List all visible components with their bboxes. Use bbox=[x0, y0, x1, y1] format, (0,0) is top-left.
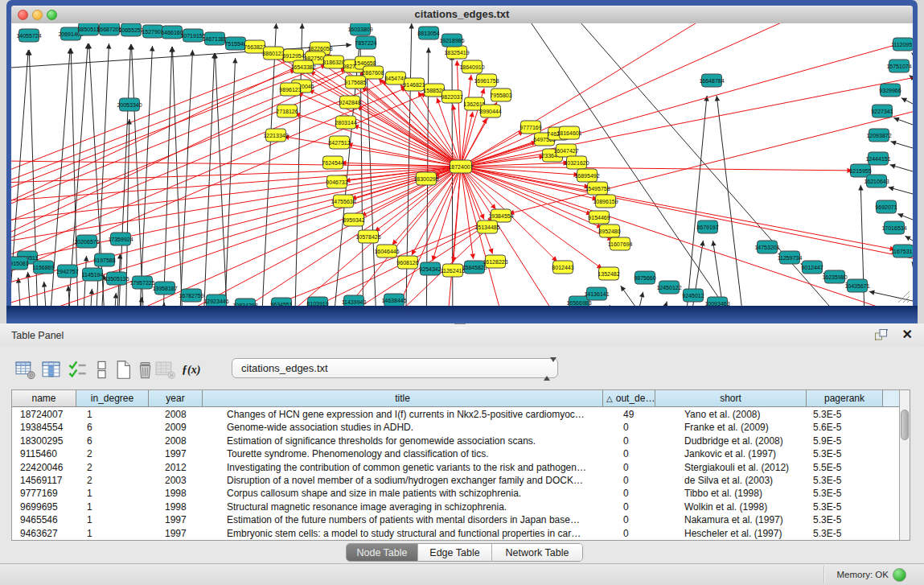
tab-node-table[interactable]: Node Table bbox=[347, 544, 417, 561]
column-header-title[interactable]: title bbox=[203, 390, 603, 407]
graph-node[interactable]: 14055724 bbox=[16, 29, 41, 42]
tab-edge-table[interactable]: Edge Table bbox=[417, 544, 491, 561]
graph-node[interactable]: 13505135 bbox=[104, 272, 129, 285]
resize-grip-icon[interactable] bbox=[895, 288, 911, 304]
graph-node[interactable]: 16648784 bbox=[699, 74, 724, 87]
graph-node[interactable]: 12213343 bbox=[263, 129, 288, 142]
graph-node[interactable]: 7857224 bbox=[355, 36, 376, 49]
graph-node[interactable]: 8103919 bbox=[306, 297, 328, 306]
column-header-year[interactable]: year bbox=[149, 390, 203, 407]
graph-node[interactable]: 10834298 bbox=[232, 299, 257, 306]
table-row[interactable]: 946362711997Embryonic stem cells: a mode… bbox=[12, 527, 901, 540]
float-window-icon[interactable] bbox=[874, 328, 889, 341]
graph-node[interactable]: 9227341 bbox=[871, 105, 893, 117]
column-header-indegree[interactable]: in_degree bbox=[76, 390, 149, 407]
graph-node[interactable]: 9254342 bbox=[419, 262, 441, 275]
graph-node[interactable]: 9012447 bbox=[801, 261, 823, 274]
graph-node[interactable]: 12444151 bbox=[865, 152, 890, 165]
graph-node[interactable]: 14755634 bbox=[331, 195, 355, 208]
graph-node[interactable]: 10578426 bbox=[355, 230, 380, 243]
graph-node[interactable]: 7955803 bbox=[490, 89, 511, 101]
table-row[interactable]: 1456911722003Disruption of a novel membe… bbox=[12, 474, 901, 487]
column-header-name[interactable]: name bbox=[12, 390, 76, 407]
graph-node[interactable]: 9146821 bbox=[403, 78, 425, 91]
column-header-outde[interactable]: △out_de… bbox=[603, 390, 655, 407]
graph-node[interactable]: 16210643 bbox=[864, 175, 889, 187]
graph-node[interactable]: 9175685 bbox=[344, 76, 366, 89]
memory-indicator-button[interactable] bbox=[893, 568, 906, 582]
graph-node[interactable]: 16782759 bbox=[179, 289, 203, 302]
delete-table-icon[interactable] bbox=[134, 359, 156, 381]
graph-node[interactable]: 9242848 bbox=[339, 96, 360, 109]
graph-node[interactable]: 9777169 bbox=[519, 121, 541, 134]
table-row[interactable]: 911546021997Tourette syndrome. Phenomeno… bbox=[12, 447, 901, 460]
splitter-handle[interactable] bbox=[454, 323, 466, 328]
network-canvas[interactable]: 1872400714055724206914068850511166872051… bbox=[11, 23, 913, 306]
graph-node[interactable]: 10896159 bbox=[593, 195, 618, 208]
graph-node[interactable]: 14136141 bbox=[584, 287, 609, 300]
graph-node[interactable]: 2803144 bbox=[335, 116, 356, 129]
graph-node[interactable]: 15495758 bbox=[585, 182, 610, 195]
graph-node[interactable]: 18724007 bbox=[448, 160, 473, 173]
citation-network-graph[interactable]: 1872400714055724206914068850511166872051… bbox=[11, 23, 913, 306]
graph-node[interactable]: 8860123 bbox=[262, 47, 284, 60]
graph-node[interactable]: 10435671 bbox=[844, 279, 869, 292]
graph-node[interactable]: 1156869 bbox=[33, 261, 55, 274]
graph-node[interactable]: 1145194 bbox=[82, 268, 104, 281]
graph-node[interactable]: 16128223 bbox=[483, 255, 507, 268]
column-header-pagerank[interactable]: pagerank bbox=[807, 390, 883, 407]
graph-node[interactable]: 17957225 bbox=[129, 276, 154, 289]
graph-node[interactable]: 14638445 bbox=[381, 294, 406, 306]
graph-node[interactable]: 11675312 bbox=[891, 245, 913, 257]
graph-node[interactable]: 18640910 bbox=[459, 60, 484, 73]
graph-node[interactable]: 16895492 bbox=[574, 169, 599, 182]
graph-node[interactable]: 16543382 bbox=[290, 60, 315, 73]
graph-node[interactable]: 10655257 bbox=[118, 23, 143, 36]
graph-node[interactable]: 8679197 bbox=[696, 220, 718, 233]
graph-node[interactable]: 17016534 bbox=[881, 221, 906, 234]
column-select-icon[interactable] bbox=[67, 359, 88, 381]
graph-node[interactable]: 9822037 bbox=[441, 90, 462, 103]
graph-node[interactable]: 12450122 bbox=[656, 281, 681, 294]
graph-node[interactable]: 8012443 bbox=[552, 261, 573, 274]
column-visibility-icon[interactable] bbox=[40, 359, 62, 381]
graph-node[interactable]: 9154469 bbox=[588, 211, 610, 224]
network-view-window[interactable]: citations_edges.txt 18724007140557242069… bbox=[6, 0, 918, 323]
graph-node[interactable]: 16033809 bbox=[347, 23, 372, 35]
graph-node[interactable]: 12923446 bbox=[203, 295, 228, 306]
graph-node[interactable]: 14671385 bbox=[202, 32, 227, 45]
graph-node[interactable]: 18164601 bbox=[556, 126, 581, 139]
graph-node[interactable]: 9608126 bbox=[396, 256, 418, 269]
table-row[interactable]: 969969511998Structural magnetic resonanc… bbox=[12, 501, 901, 513]
graph-node[interactable]: 7624544 bbox=[322, 156, 343, 169]
table-row[interactable]: 946554611997Estimation of the future num… bbox=[12, 513, 901, 526]
graph-node[interactable]: 2718126 bbox=[276, 105, 298, 117]
graph-node[interactable]: 2942757 bbox=[56, 265, 78, 278]
graph-node[interactable]: 20206576 bbox=[74, 235, 99, 248]
graph-node[interactable]: 9329966 bbox=[879, 84, 901, 97]
graph-node[interactable]: 8813054 bbox=[417, 27, 439, 39]
graph-node[interactable]: 9692071 bbox=[875, 200, 897, 213]
graph-node[interactable]: 9046733 bbox=[326, 175, 347, 188]
graph-node[interactable]: 3915081 bbox=[11, 257, 29, 270]
table-row[interactable]: 977716911998Corpus callosum shape and si… bbox=[12, 487, 901, 500]
graph-node[interactable]: 14753201 bbox=[754, 241, 779, 253]
graph-node[interactable]: 9896123 bbox=[279, 83, 301, 96]
table-row[interactable]: 2242004622012Investigating the contribut… bbox=[12, 461, 901, 474]
graph-node[interactable]: 8990444 bbox=[479, 105, 501, 117]
function-builder-icon[interactable]: ƒ(x) bbox=[182, 359, 203, 381]
graph-node[interactable]: 18325419 bbox=[444, 46, 469, 59]
column-header-short[interactable]: short bbox=[655, 390, 807, 407]
graph-node[interactable]: 15751074 bbox=[886, 60, 911, 72]
graph-node[interactable]: 16047427 bbox=[553, 144, 578, 157]
table-select-dropdown[interactable]: citations_edges.txt bbox=[232, 358, 558, 378]
graph-node[interactable]: 8427512 bbox=[328, 136, 350, 149]
graph-node[interactable]: 19218986 bbox=[439, 34, 464, 47]
graph-node[interactable]: 16961758 bbox=[474, 74, 499, 87]
vertical-scrollbar[interactable] bbox=[899, 390, 910, 540]
tab-network-table[interactable]: Network Table bbox=[491, 544, 582, 561]
graph-node[interactable]: 9875660 bbox=[634, 271, 655, 284]
graph-node[interactable]: 8952480 bbox=[598, 225, 620, 237]
graph-node[interactable]: 1352482 bbox=[598, 267, 619, 280]
graph-node[interactable]: 11607694 bbox=[608, 237, 633, 250]
